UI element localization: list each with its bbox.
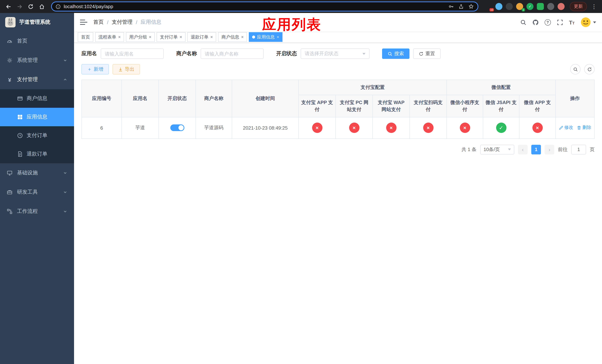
delete-label: 删除 — [582, 125, 591, 131]
extension-grid-icon[interactable]: 10 — [485, 3, 492, 10]
share-icon[interactable] — [458, 4, 464, 9]
app-logo[interactable]: 芋道管理系统 — [0, 13, 74, 32]
export-button[interactable]: 导出 — [113, 64, 140, 75]
sidebar-item-refund-order[interactable]: 退款订单 — [0, 145, 74, 163]
fullscreen-icon[interactable] — [557, 19, 563, 25]
sidebar-item-home[interactable]: 首页 — [0, 32, 74, 51]
tab-home[interactable]: 首页 — [78, 32, 93, 42]
toolbar-right — [570, 64, 595, 75]
sidebar-item-label: 工作流程 — [17, 208, 38, 215]
tab-pay-order[interactable]: 支付订单× — [157, 32, 185, 42]
sidebar-item-label: 支付管理 — [17, 76, 38, 83]
chrome-update-button[interactable]: 更新 — [570, 2, 587, 11]
refresh-button[interactable] — [26, 2, 35, 11]
sidebar-toggle-icon[interactable] — [80, 20, 87, 25]
extension-badge: 10 — [489, 8, 494, 11]
sidebar-item-system[interactable]: 系统管理 — [0, 51, 74, 70]
url-bar[interactable]: localhost:1024/pay/app — [51, 1, 478, 11]
github-icon[interactable] — [532, 19, 538, 25]
url-text: localhost:1024/pay/app — [64, 4, 445, 9]
merchant-name-input[interactable] — [201, 49, 264, 59]
sidebar-item-pay-order[interactable]: 支付订单 — [0, 126, 74, 145]
home-button[interactable] — [37, 2, 47, 11]
page-number-button[interactable]: 1 — [531, 145, 541, 154]
extension-puzzle-icon[interactable] — [547, 3, 554, 10]
toggle-search-button[interactable] — [570, 64, 580, 75]
tab-app-info[interactable]: 应用信息× — [249, 32, 282, 42]
refresh-icon — [587, 67, 592, 72]
extension-check-icon[interactable]: ✓ — [527, 3, 534, 10]
top-navbar: 首页 / 支付管理 / 应用信息 ? TT — [74, 13, 602, 32]
password-key-icon[interactable] — [448, 4, 454, 9]
cell-created: 2021-10-23 08:49:25 — [232, 117, 299, 139]
sidebar-item-workflow[interactable]: 工作流程 — [0, 202, 74, 221]
monitor-icon — [7, 170, 13, 176]
clock-icon — [17, 133, 23, 139]
add-button-label: 新增 — [94, 66, 103, 73]
sidebar-menu: 首页 系统管理 ¥ 支付管理 商户信息 — [0, 32, 74, 221]
font-size-icon[interactable]: TT — [569, 19, 575, 25]
browser-menu-icon[interactable]: ⋮ — [590, 3, 598, 10]
tags-view: 首页 流程表单× 用户分组× 支付订单× 退款订单× 商户信息× 应用信息× — [74, 32, 602, 43]
sidebar-item-payment[interactable]: ¥ 支付管理 — [0, 70, 74, 89]
back-icon — [6, 3, 11, 10]
app-name-input[interactable] — [101, 49, 164, 59]
status-toggle[interactable] — [170, 124, 184, 131]
alipay-wap-status-icon: × — [386, 123, 396, 133]
chevron-down-icon — [63, 58, 67, 63]
tab-label: 支付订单 — [160, 34, 178, 40]
edit-label: 修改 — [564, 125, 573, 131]
close-icon[interactable]: × — [277, 35, 279, 39]
download-icon — [118, 67, 123, 72]
close-icon[interactable]: × — [118, 35, 121, 39]
breadcrumb-home[interactable]: 首页 — [93, 19, 104, 26]
close-icon[interactable]: × — [180, 35, 182, 39]
extension-avatar-icon[interactable]: 1 — [516, 3, 523, 10]
user-avatar[interactable] — [580, 17, 596, 27]
tab-process-form[interactable]: 流程表单× — [95, 32, 124, 42]
bookmark-star-icon[interactable] — [468, 4, 474, 9]
search-button[interactable]: 搜索 — [382, 49, 409, 59]
chevron-down-icon — [593, 21, 596, 23]
table-toolbar: ＋ 新增 导出 — [81, 64, 595, 75]
col-alipay-wap: 支付宝 WAP 网站支付 — [373, 95, 410, 117]
close-icon[interactable]: × — [241, 35, 244, 39]
forward-button[interactable] — [15, 2, 24, 11]
col-created: 创建时间 — [232, 80, 299, 117]
extension-profile-icon[interactable] — [558, 3, 565, 10]
next-page-button[interactable]: › — [545, 145, 554, 154]
cell-app-name: 芋道 — [122, 117, 159, 139]
close-icon[interactable]: × — [149, 35, 151, 39]
breadcrumb-payment[interactable]: 支付管理 — [112, 19, 133, 26]
delete-link[interactable]: 删除 — [577, 125, 591, 131]
sidebar-item-dev-tools[interactable]: 研发工具 — [0, 182, 74, 202]
page-size-select[interactable]: 10条/页 — [480, 145, 514, 154]
status-select[interactable]: 请选择开启状态 — [301, 49, 369, 59]
prev-page-button[interactable]: ‹ — [518, 145, 527, 154]
extension-drop-icon[interactable] — [495, 3, 502, 10]
col-wx-app: 微信 APP 支付 — [519, 95, 556, 117]
extension-chat-icon[interactable] — [537, 3, 544, 10]
reset-button[interactable]: 重置 — [413, 49, 441, 59]
edit-link[interactable]: 修改 — [559, 125, 573, 131]
app-name-label: 应用名 — [81, 50, 97, 57]
sidebar-item-infrastructure[interactable]: 基础设施 — [0, 163, 74, 182]
search-icon[interactable] — [520, 19, 526, 25]
tab-user-group[interactable]: 用户分组× — [126, 32, 155, 42]
extension-dark-icon[interactable] — [506, 3, 513, 10]
site-info-icon[interactable] — [55, 4, 61, 9]
back-button[interactable] — [4, 2, 13, 11]
sidebar-item-app-info[interactable]: 应用信息 — [0, 108, 74, 126]
close-icon[interactable]: × — [210, 35, 213, 39]
chevron-down-icon — [63, 190, 67, 194]
col-alipay-qr: 支付宝扫码支付 — [410, 95, 447, 117]
help-icon[interactable]: ? — [544, 19, 551, 25]
sidebar-item-merchant-info[interactable]: 商户信息 — [0, 89, 74, 108]
refresh-table-button[interactable] — [584, 64, 595, 75]
add-button[interactable]: ＋ 新增 — [81, 64, 109, 75]
goto-prefix: 前往 — [558, 146, 568, 153]
app-window: 芋道管理系统 首页 系统管理 ¥ 支付管理 — [0, 13, 602, 364]
tab-refund-order[interactable]: 退款订单× — [187, 32, 216, 42]
tab-merchant-info[interactable]: 商户信息× — [218, 32, 247, 42]
goto-page-input[interactable] — [571, 145, 586, 154]
